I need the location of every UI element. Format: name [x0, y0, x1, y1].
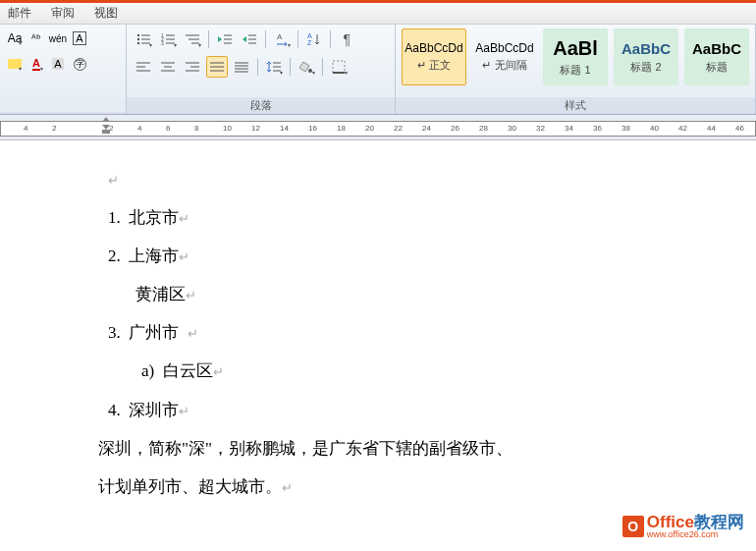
- style-item-1[interactable]: AaBbCcDd↵ 无间隔: [472, 28, 537, 85]
- ruler-tick: 20: [365, 124, 374, 133]
- list-number: 3.: [108, 323, 121, 342]
- ruler-tick: 6: [166, 124, 170, 133]
- style-item-3[interactable]: AaBbC标题 2: [614, 28, 678, 85]
- ruler-tick: 12: [251, 124, 260, 133]
- enclose-char-button[interactable]: 字: [71, 54, 88, 74]
- ruler-tick: 14: [280, 124, 289, 133]
- ruler-tick: 42: [678, 124, 687, 133]
- menu-review[interactable]: 审阅: [51, 5, 75, 22]
- style-item-0[interactable]: AaBbCcDd↵ 正文: [402, 28, 466, 85]
- style-name: 标题: [706, 60, 728, 75]
- svg-text:A: A: [307, 32, 312, 39]
- style-preview: AaBbC: [692, 40, 741, 57]
- ruler-tick: 44: [707, 124, 716, 133]
- list-text: 上海市: [129, 247, 179, 265]
- body-text: 深圳，简称"深"，别称鹏城，是广东省下辖的副省级市、: [98, 439, 513, 458]
- show-marks-button[interactable]: ¶: [336, 28, 357, 50]
- ribbon-group-font: Aa▾ ᴬᵇ wén A ▾ A▾ A 字: [0, 25, 127, 114]
- style-name: ↵ 无间隔: [482, 58, 526, 73]
- font-group-label: [0, 112, 126, 114]
- menu-view[interactable]: 视图: [94, 5, 118, 22]
- style-preview: AaBl: [553, 37, 598, 60]
- ruler-tick: 40: [650, 124, 659, 133]
- ruler-tick: 46: [735, 124, 744, 133]
- align-right-button[interactable]: [182, 56, 203, 78]
- paragraph-group-label: 段落: [127, 97, 395, 114]
- line-spacing-button[interactable]: ▾: [263, 56, 285, 78]
- char-shading-button[interactable]: A: [49, 54, 67, 74]
- shading-button[interactable]: ▾: [296, 56, 317, 78]
- increase-indent-button[interactable]: [239, 28, 260, 50]
- watermark-logo-icon: O: [622, 516, 644, 537]
- svg-point-0: [137, 34, 139, 36]
- style-item-4[interactable]: AaBbC标题: [684, 28, 749, 85]
- style-name: ↵ 正文: [417, 58, 451, 73]
- ribbon: Aa▾ ᴬᵇ wén A ▾ A▾ A 字 ▾ 123▾: [0, 25, 756, 115]
- ruler-tick: 10: [223, 124, 232, 133]
- ruler-tick: 24: [422, 124, 431, 133]
- char-border-button[interactable]: A: [71, 28, 88, 48]
- ruler-tick: 22: [394, 124, 403, 133]
- watermark-title-2: 教程网: [694, 514, 744, 530]
- style-preview: AaBbCcDd: [405, 41, 462, 55]
- align-left-button[interactable]: [133, 56, 154, 78]
- list-text: 深圳市: [129, 401, 179, 419]
- ribbon-group-paragraph: ▾ 123▾ ▾ A▾ AZ ¶: [127, 25, 396, 114]
- list-number: 1.: [108, 208, 121, 227]
- list-text: 广州市: [129, 323, 179, 342]
- body-text: 计划单列市、超大城市。: [98, 477, 282, 496]
- style-item-2[interactable]: AaBl标题 1: [543, 28, 608, 85]
- menu-mail[interactable]: 邮件: [8, 5, 31, 22]
- align-justify-button[interactable]: [206, 56, 228, 78]
- ruler-tick: 8: [194, 124, 198, 133]
- text-direction-button[interactable]: A▾: [271, 28, 293, 50]
- change-case-button[interactable]: ᴬᵇ: [27, 28, 45, 48]
- watermark-url: www.office26.com: [647, 530, 744, 539]
- ruler-tick: 4: [137, 124, 141, 133]
- watermark-title-1: Office: [647, 514, 694, 530]
- svg-text:Z: Z: [307, 39, 312, 46]
- style-preview: AaBbCcDd: [475, 41, 533, 55]
- ruler-tick: 36: [593, 124, 602, 133]
- font-color-button[interactable]: A▾: [27, 54, 45, 74]
- borders-button[interactable]: ▾: [328, 56, 350, 78]
- styles-group-label: 样式: [396, 97, 755, 114]
- highlight-button[interactable]: ▾: [6, 54, 24, 74]
- indent-marker[interactable]: [102, 117, 111, 135]
- list-text: 北京市: [129, 208, 179, 227]
- decrease-indent-button[interactable]: [214, 28, 236, 50]
- ruler-tick: 38: [621, 124, 630, 133]
- multilevel-list-button[interactable]: ▾: [182, 28, 203, 50]
- ruler-tick: 4: [24, 124, 27, 133]
- align-distribute-button[interactable]: [231, 56, 252, 78]
- list-text: 黄浦区: [135, 285, 186, 303]
- bullets-button[interactable]: ▾: [133, 28, 154, 50]
- style-name: 标题 2: [630, 60, 661, 75]
- list-number: 4.: [108, 401, 121, 419]
- ruler-tick: 30: [508, 124, 516, 133]
- svg-text:A: A: [277, 32, 283, 41]
- align-center-button[interactable]: [157, 56, 179, 78]
- svg-point-2: [137, 38, 139, 40]
- paragraph-mark: ↵: [108, 173, 119, 188]
- ruler[interactable]: 6422468101214161820222426283032343638404…: [0, 115, 756, 140]
- ruler-tick: 16: [308, 124, 317, 133]
- style-preview: AaBbC: [621, 40, 671, 57]
- svg-text:3: 3: [161, 40, 164, 45]
- ribbon-group-styles: AaBbCcDd↵ 正文AaBbCcDd↵ 无间隔AaBl标题 1AaBbC标题…: [396, 25, 756, 114]
- ruler-tick: 2: [52, 124, 56, 133]
- svg-rect-44: [333, 61, 345, 73]
- phonetic-button[interactable]: wén: [49, 28, 67, 48]
- style-name: 标题 1: [560, 63, 590, 78]
- ruler-tick: 26: [451, 124, 459, 133]
- menu-bar: 邮件 审阅 视图: [0, 3, 756, 25]
- grow-font-button[interactable]: Aa▾: [6, 28, 24, 48]
- list-number: 2.: [108, 247, 121, 265]
- svg-point-4: [137, 42, 139, 44]
- watermark: O Office 教程网 www.office26.com: [622, 514, 744, 539]
- sort-button[interactable]: AZ: [303, 28, 325, 50]
- document-area[interactable]: ↵ 1. 北京市↵ 2. 上海市↵ 黄浦区↵ 3. 广州市 ↵ a) 白云区↵ …: [0, 140, 756, 506]
- ruler-tick: 18: [337, 124, 346, 133]
- ruler-tick: 34: [565, 124, 573, 133]
- numbering-button[interactable]: 123▾: [157, 28, 179, 50]
